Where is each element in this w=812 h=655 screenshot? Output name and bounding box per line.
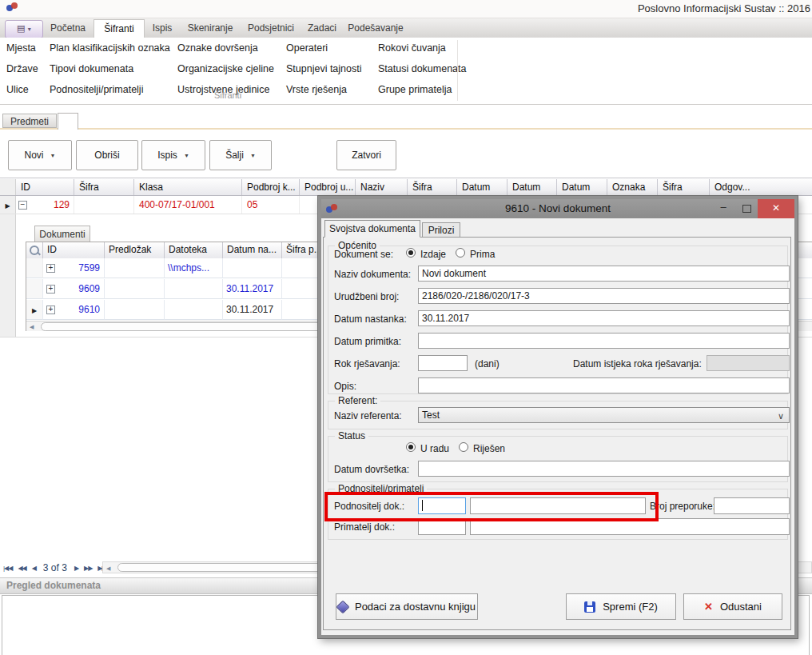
cell-datum[interactable] xyxy=(223,258,282,278)
radio-prima[interactable] xyxy=(456,248,465,258)
broj-preporuke-field[interactable] xyxy=(714,497,790,514)
cell-id[interactable]: 9609 xyxy=(43,279,105,299)
cell-datoteka[interactable] xyxy=(165,279,223,299)
pager-next-icon[interactable]: ▶ xyxy=(74,565,78,572)
ribbon-item-organizacijske-cjeline[interactable]: Organizacijske cjeline xyxy=(177,62,274,76)
ribbon-item-plan-klasifikacijskih-oznaka[interactable]: Plan klasifikacijskih oznaka xyxy=(50,42,170,55)
column-header-datum-pr[interactable]: Datum pr... xyxy=(508,179,557,195)
ribbon-item-stupnjevi-tajnosti[interactable]: Stupnjevi tajnosti xyxy=(286,62,362,76)
ribbon-tab-podesavanje[interactable]: Podešavanje xyxy=(345,20,406,37)
radio-izdaje-label[interactable]: Izdaje xyxy=(420,249,446,260)
cell-sifra[interactable] xyxy=(74,196,134,214)
ribbon-tab-row: ▤ ▾ Početna Šifranti Ispis Skeniranje Po… xyxy=(0,18,812,38)
naziv-referenta-select[interactable]: Test ∨ xyxy=(418,407,790,423)
datum-nastanka-label: Datum nastanka: xyxy=(334,314,407,325)
radio-rijesen[interactable] xyxy=(459,442,468,452)
column-header-klasa[interactable]: Klasa xyxy=(134,179,242,195)
cell-id[interactable]: 7599 xyxy=(43,258,105,278)
tab-empty-selected[interactable] xyxy=(58,113,78,130)
radio-u-radu-label[interactable]: U radu xyxy=(420,443,449,454)
datum-nastanka-field[interactable]: 30.11.2017 xyxy=(418,310,790,326)
minimize-button[interactable]: – xyxy=(713,199,734,217)
dialog-tab-prilozi[interactable]: Prilozi xyxy=(422,222,460,238)
ribbon-item-mjesta[interactable]: Mjesta xyxy=(6,42,38,55)
pager-prev-icon[interactable]: ◀ xyxy=(32,565,36,572)
window-title: Poslovno Informacijski Sustav :: 2016 xyxy=(638,2,810,14)
app-menu-button[interactable]: ▤ ▾ xyxy=(5,20,43,38)
salji-button[interactable]: Šalji▼ xyxy=(209,140,272,170)
datum-dovrsetka-field[interactable] xyxy=(418,461,790,477)
ribbon-item-rokovi-cuvanja[interactable]: Rokovi čuvanja xyxy=(378,42,467,55)
cell-datum[interactable]: 30.11.2017 xyxy=(223,300,282,320)
cell-predlozak[interactable] xyxy=(105,300,165,320)
scroll-left-icon[interactable]: ◀ xyxy=(106,565,110,572)
detail-column-id[interactable]: ID xyxy=(43,242,105,258)
cell-klasa[interactable]: 400-07/17-01/001 xyxy=(134,196,242,214)
ribbon-column-5: Rokovi čuvanja Statusi dokumenata Grupe … xyxy=(378,42,467,97)
ribbon-item-statusi-dokumenata[interactable]: Statusi dokumenata xyxy=(378,62,467,76)
urudzbeni-broj-field[interactable]: 2186/020-/2186/020/17-3 xyxy=(418,288,790,304)
row-indicator-header xyxy=(0,179,16,195)
maximize-button[interactable] xyxy=(735,199,756,217)
ribbon-item-drzave[interactable]: Države xyxy=(6,62,38,76)
ribbon-tab-zadaci[interactable]: Zadaci xyxy=(302,20,342,37)
opis-field[interactable] xyxy=(418,377,790,393)
column-header-podbroj-u[interactable]: Podbroj u... xyxy=(300,179,356,195)
ribbon-tab-skeniranje[interactable]: Skeniranje xyxy=(181,20,239,37)
tab-dokumenti[interactable]: Dokumenti xyxy=(34,226,90,242)
scroll-left-icon[interactable]: ◀ xyxy=(30,324,34,330)
naziv-dokumenta-field[interactable]: Novi dokument xyxy=(418,266,790,282)
cell-datoteka[interactable] xyxy=(165,300,223,320)
column-header-podbroj-k[interactable]: Podbroj k... xyxy=(242,179,300,195)
cell-predlozak[interactable] xyxy=(105,258,165,278)
column-header-datum-na[interactable]: Datum na... xyxy=(457,179,508,195)
spremi-button[interactable]: Spremi (F2) xyxy=(566,593,676,620)
podaci-za-dostavnu-knjigu-button[interactable]: Podaci za dostavnu knjigu xyxy=(336,593,478,620)
detail-column-datum-na[interactable]: Datum na... xyxy=(223,242,282,258)
cell-datum[interactable]: 30.11.2017 xyxy=(223,279,282,299)
column-header-sifra-pod[interactable]: Šifra pod... xyxy=(658,179,710,195)
novi-button[interactable]: Novi▼ xyxy=(8,140,72,170)
cell-datoteka[interactable]: \\mchps... xyxy=(165,258,223,278)
close-button[interactable]: ✕ xyxy=(758,199,794,218)
obrisi-button[interactable]: Obriši xyxy=(76,140,138,170)
ribbon-item-operateri[interactable]: Operateri xyxy=(286,42,362,55)
odustani-button[interactable]: ✕ Odustani xyxy=(683,593,782,620)
column-header-datum-do[interactable]: Datum do... xyxy=(557,179,607,195)
ispis-button[interactable]: Ispis▼ xyxy=(141,140,205,170)
maximize-icon xyxy=(742,205,751,213)
ribbon-tab-sifranti[interactable]: Šifranti xyxy=(94,19,145,39)
radio-rijesen-label[interactable]: Riješen xyxy=(473,443,505,454)
ribbon-item-tipovi-dokumenata[interactable]: Tipovi dokumenata xyxy=(50,62,170,76)
detail-search-header[interactable] xyxy=(26,242,43,258)
zatvori-button[interactable]: Zatvori xyxy=(336,140,396,170)
column-header-id[interactable]: ID xyxy=(16,179,74,195)
radio-izdaje[interactable] xyxy=(406,248,416,258)
tab-predmeti[interactable]: Predmeti xyxy=(2,114,57,128)
column-header-oznaka-d[interactable]: Oznaka d... xyxy=(607,179,658,195)
column-header-odgov[interactable]: Odgov... xyxy=(710,179,812,195)
ribbon-item-oznake-dovrsenja[interactable]: Oznake dovršenja xyxy=(177,42,274,55)
cell-id[interactable]: 9610 xyxy=(43,300,105,320)
datum-primitka-field[interactable] xyxy=(418,333,790,349)
cell-podbroj-k[interactable]: 05 xyxy=(242,196,300,214)
pager-prev-page-icon[interactable]: ◀◀ xyxy=(18,565,26,572)
rok-rjesavanja-field[interactable] xyxy=(418,355,468,371)
ribbon-tab-pocetna[interactable]: Početna xyxy=(46,20,90,37)
dialog-titlebar[interactable]: 9610 - Novi dokument – ✕ xyxy=(321,199,794,218)
ribbon-tab-podsjetnici[interactable]: Podsjetnici xyxy=(244,20,298,37)
radio-u-radu[interactable] xyxy=(406,442,416,452)
detail-column-predlozak[interactable]: Predložak xyxy=(105,242,165,258)
pager-first-icon[interactable]: |◀◀ xyxy=(3,565,12,572)
pager-next-page-icon[interactable]: ▶▶ xyxy=(84,565,92,572)
dialog-tab-svojstva[interactable]: Svojstva dokumenta xyxy=(324,220,420,238)
detail-column-datoteka[interactable]: Datoteka xyxy=(165,242,223,258)
column-header-sifra[interactable]: Šifra xyxy=(74,179,134,195)
radio-prima-label[interactable]: Prima xyxy=(470,249,495,260)
book-icon xyxy=(336,600,349,613)
ribbon-tab-ispis[interactable]: Ispis xyxy=(145,20,180,37)
cell-predlozak[interactable] xyxy=(105,279,165,299)
cell-id[interactable]: 129 xyxy=(16,196,74,214)
column-header-naziv-pre[interactable]: Naziv pre... xyxy=(356,179,408,195)
column-header-sifra-tipa[interactable]: Šifra tipa... xyxy=(408,179,457,195)
